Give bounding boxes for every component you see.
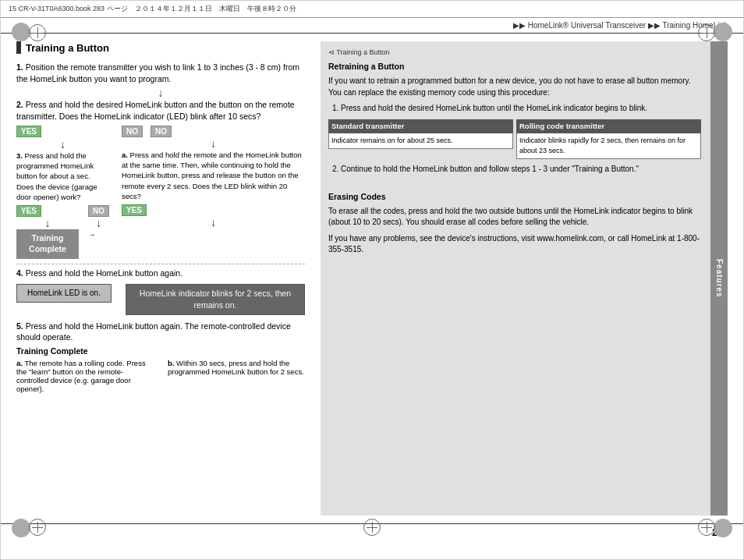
crosshair-tl bbox=[29, 24, 46, 41]
step-3-num: 3. bbox=[16, 151, 23, 160]
step-a2-text: The remote has a rolling code. Press the… bbox=[16, 359, 146, 393]
crosshair-bl bbox=[29, 519, 46, 536]
training-complete-text: Training Complete bbox=[29, 233, 66, 253]
no-badge-1b: NO bbox=[151, 126, 172, 137]
homelink-blinks-text: HomeLink indicator blinks for 2 secs, th… bbox=[140, 289, 291, 310]
crosshair-mid-bottom bbox=[363, 519, 381, 536]
print-header: 15 CR-V-31T0A6300.book 283 ページ ２０１４年１２月１… bbox=[1, 1, 743, 18]
breadcrumb: ▶▶ HomeLink® Universal Transceiver ▶▶ Tr… bbox=[513, 21, 728, 30]
corner-decoration-tr bbox=[714, 23, 732, 41]
step-5-text: Press and hold the HomeLink button again… bbox=[16, 321, 291, 342]
standard-text: Indicator remains on for about 25 secs. bbox=[328, 133, 513, 149]
step-5-area: 5. Press and hold the HomeLink button ag… bbox=[16, 321, 305, 393]
step-b-area: b. Within 30 secs, press and hold the pr… bbox=[168, 359, 305, 376]
retraining-title: Retraining a Button bbox=[328, 61, 701, 73]
standard-transmitter-box: Standard transmitter Indicator remains o… bbox=[328, 119, 513, 159]
retraining-text: If you want to retrain a programmed butt… bbox=[328, 76, 701, 98]
problems-text: If you have any problems, see the device… bbox=[328, 233, 701, 256]
step-ab-row: a. The remote has a rolling code. Press … bbox=[16, 359, 305, 393]
page-header: ▶▶ HomeLink® Universal Transceiver ▶▶ Tr… bbox=[1, 18, 743, 34]
crosshair-br bbox=[698, 519, 715, 536]
step-2: 2. Press and hold the desired HomeLink b… bbox=[16, 99, 305, 122]
step-1-num: 1. bbox=[16, 62, 23, 72]
step-b-label: b. bbox=[168, 359, 174, 367]
arrow-1: ↓ bbox=[16, 87, 305, 98]
step-5-num: 5. bbox=[16, 321, 23, 331]
content-area: Training a Button 1. Position the remote… bbox=[1, 34, 743, 523]
step-4-ref: → bbox=[88, 230, 109, 239]
corner-decoration-bl bbox=[12, 519, 30, 537]
step-a2-label: a. bbox=[16, 359, 23, 367]
features-label: Features bbox=[714, 259, 725, 298]
step-b: b. Within 30 secs, press and hold the pr… bbox=[168, 359, 305, 376]
crosshair-tr bbox=[698, 24, 715, 41]
section-title-text: Training a Button bbox=[26, 42, 109, 54]
step-a: a. Press and hold the remote and the Hom… bbox=[122, 150, 305, 201]
homelink-blinks-box: HomeLink indicator blinks for 2 secs, th… bbox=[126, 284, 305, 314]
step-4-area: 4. Press and hold the HomeLink button ag… bbox=[16, 264, 305, 317]
step-b-text: Within 30 secs, press and hold the progr… bbox=[168, 359, 304, 376]
right-panel-content: ⊲ Training a Button Retraining a Button … bbox=[328, 48, 720, 256]
yes-badge-1: YES bbox=[16, 126, 41, 137]
step-4-text: Press and hold the HomeLink button again… bbox=[26, 268, 182, 278]
arrow-yes-a: ↓ bbox=[122, 217, 305, 228]
arrow-no-2: ↓ bbox=[88, 218, 109, 229]
section-title: Training a Button bbox=[16, 41, 305, 54]
transmitter-boxes: Standard transmitter Indicator remains o… bbox=[328, 119, 701, 159]
step-1: 1. Position the remote transmitter you w… bbox=[16, 62, 305, 84]
step-2-text: Press and hold the desired HomeLink butt… bbox=[16, 100, 295, 121]
step-4-num: 4. bbox=[16, 268, 23, 278]
corner-decoration-tl bbox=[12, 23, 30, 41]
step-a2: a. The remote has a rolling code. Press … bbox=[16, 359, 154, 393]
yes-no-row-1: YES ↓ 3. Press and hold the programmed H… bbox=[16, 126, 305, 261]
step-1-text: Position the remote transmitter you wish… bbox=[16, 62, 299, 83]
rolling-title: Rolling code transmitter bbox=[516, 119, 701, 133]
step-a-label: a. bbox=[122, 151, 128, 159]
arrow-yes-1: ↓ bbox=[16, 139, 109, 150]
homelink-led-box: HomeLink LED is on. bbox=[16, 284, 112, 303]
training-complete-2-area: Training Complete bbox=[16, 346, 305, 356]
yes-no-row-2: YES ↓ Training Complete NO ↓ → bbox=[16, 205, 109, 258]
no-badge-1a: NO bbox=[122, 126, 143, 137]
rolling-text: Indicator blinks rapidly for 2 secs, the… bbox=[516, 133, 701, 159]
step-3: 3. Press and hold the programmed HomeLin… bbox=[16, 151, 109, 202]
step-5: 5. Press and hold the HomeLink button ag… bbox=[16, 321, 305, 343]
retraining-step-2: Continue to hold the HomeLink button and… bbox=[341, 164, 701, 175]
step-a-text: Press and hold the remote and the HomeLi… bbox=[122, 151, 302, 200]
erasing-text: To erase all the codes, press and hold t… bbox=[328, 206, 701, 229]
retraining-steps-2: Continue to hold the HomeLink button and… bbox=[328, 164, 701, 175]
training-complete-box: Training Complete bbox=[16, 229, 79, 258]
retraining-step-1: Press and hold the desired HomeLink butt… bbox=[341, 103, 701, 115]
step-a2-area: a. The remote has a rolling code. Press … bbox=[16, 359, 154, 393]
left-column: Training a Button 1. Position the remote… bbox=[16, 41, 313, 516]
right-panel: Features ⊲ Training a Button Retraining … bbox=[321, 41, 728, 516]
yes-badge-a: YES bbox=[122, 204, 147, 216]
features-tab: Features bbox=[710, 41, 728, 516]
print-header-text: 15 CR-V-31T0A6300.book 283 ページ ２０１４年１２月１… bbox=[9, 4, 296, 14]
homelink-led-text: HomeLink LED is on. bbox=[27, 289, 101, 297]
no-badge-2: NO bbox=[88, 205, 109, 217]
arrow-yes-2: ↓ bbox=[16, 218, 79, 229]
step-2-num: 2. bbox=[16, 100, 23, 109]
title-bar-icon bbox=[16, 41, 21, 54]
rolling-transmitter-box: Rolling code transmitter Indicator blink… bbox=[516, 119, 701, 159]
step-4-outcomes: HomeLink LED is on. HomeLink indicator b… bbox=[16, 282, 305, 317]
retraining-steps: Press and hold the desired HomeLink butt… bbox=[328, 103, 701, 115]
arrow-no-1: ↓ bbox=[122, 138, 305, 149]
step-4: 4. Press and hold the HomeLink button ag… bbox=[16, 268, 305, 279]
panel-label: ⊲ Training a Button bbox=[328, 48, 701, 58]
training-complete-2: Training Complete bbox=[16, 346, 305, 356]
standard-title: Standard transmitter bbox=[328, 119, 513, 133]
erasing-title: Erasing Codes bbox=[328, 191, 701, 203]
corner-decoration-br bbox=[714, 519, 732, 537]
yes-badge-2: YES bbox=[16, 205, 41, 217]
step-3-text: Press and hold the programmed HomeLink b… bbox=[16, 151, 97, 201]
